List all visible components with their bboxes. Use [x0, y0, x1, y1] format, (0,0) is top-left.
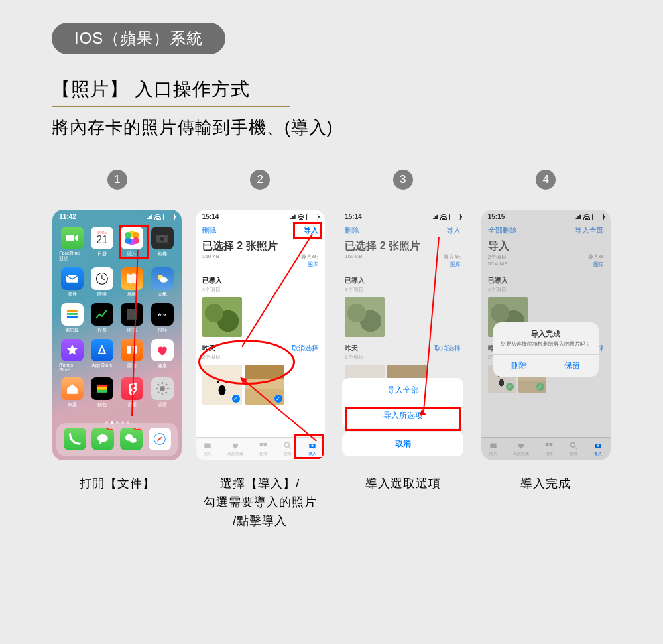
size-label: 160 KB [202, 253, 219, 268]
messages-icon[interactable]: 12 [91, 428, 114, 450]
appstore-icon[interactable] [91, 339, 113, 361]
status-bar: 15:14 [196, 210, 325, 222]
status-time: 15:14 [202, 213, 219, 220]
app-label: 相機 [158, 251, 167, 257]
maps-icon[interactable] [121, 267, 143, 290]
step-4: 4 15:15 全部刪除 导入全部 导入 2个项目 55.4 MB 导入至 [481, 170, 612, 531]
arrowhead-icon [419, 408, 426, 415]
step-caption: 選擇【導入】/ 勾選需要導入的照片 /點擊導入 [204, 475, 317, 531]
title-underline [52, 106, 290, 107]
step-1: 1 11:42 FaceTime 通話 星期三21日曆 照片 相機 郵件 [52, 170, 183, 531]
app-label: 健康 [158, 363, 167, 369]
import-all-option[interactable]: 导入全部 [342, 378, 463, 403]
app-label: 設置 [158, 401, 167, 408]
import-to-label: 导入至: [301, 253, 318, 261]
app-label: 備忘錄 [65, 327, 79, 334]
wifi-icon [154, 214, 161, 220]
app-label: 郵件 [68, 291, 77, 298]
home-app-icon[interactable] [61, 377, 84, 400]
phone-home-screen: 11:42 FaceTime 通話 星期三21日曆 照片 相機 郵件 時鐘 地圖 [52, 210, 182, 460]
svg-point-2 [160, 236, 165, 241]
app-label: 視頻 [158, 327, 167, 334]
step-caption: 導入完成 [520, 475, 571, 493]
books-alt-icon[interactable] [121, 303, 143, 326]
phone-import-selection: 15:14 刪除 导入 已选择 2 张照片 160 KB 导入至: 图库 [196, 210, 325, 460]
tab-albums[interactable]: 相簿 [259, 441, 268, 457]
alert-delete-button[interactable]: 刪除 [493, 355, 546, 377]
wechat-badge: 222 [133, 428, 143, 430]
svg-point-7 [160, 277, 168, 283]
clock-icon[interactable] [91, 267, 113, 290]
highlight-import-button [293, 222, 322, 239]
tv-icon[interactable]: àtv [151, 303, 174, 326]
step-3: 3 15:14 刪除 导入 已选择 2 张照片 160 KB 导入至: [337, 170, 469, 531]
svg-rect-23 [264, 443, 267, 446]
step-number: 2 [250, 170, 270, 190]
svg-rect-22 [260, 443, 263, 446]
app-label: 圖書 [127, 363, 137, 369]
cancel-option[interactable]: 取消 [342, 432, 463, 456]
svg-rect-12 [97, 385, 107, 387]
delete-button[interactable]: 刪除 [202, 225, 217, 235]
app-label: 股票 [97, 327, 107, 334]
tab-for-you[interactable]: 為您推薦 [227, 441, 243, 457]
mail-icon[interactable] [61, 267, 84, 290]
section-title: 已導入 [202, 277, 222, 284]
svg-rect-8 [67, 310, 78, 312]
check-icon: ✓ [274, 395, 282, 403]
step-caption: 導入選取選項 [365, 475, 441, 493]
step-number: 1 [107, 170, 127, 190]
facetime-icon[interactable] [61, 227, 84, 249]
weather-icon[interactable] [151, 267, 174, 290]
status-icons [145, 214, 175, 220]
highlight-import-tab [294, 434, 324, 459]
svg-point-16 [97, 434, 108, 442]
section-sub: 1个项目 [202, 287, 221, 292]
svg-rect-21 [205, 444, 211, 448]
phone-import-sheet: 15:14 刪除 导入 已选择 2 张照片 160 KB 导入至: 图库 [338, 210, 467, 460]
highlight-import-selected [345, 407, 461, 431]
section-subtitle: 將內存卡的照片傳輸到手機、(導入) [52, 116, 611, 139]
settings-icon[interactable] [151, 377, 174, 400]
health-icon[interactable] [151, 339, 174, 361]
home-grid: FaceTime 通話 星期三21日曆 照片 相機 郵件 時鐘 地圖 天氣 備忘… [52, 222, 182, 413]
books-icon[interactable] [121, 339, 143, 361]
app-label: 天氣 [158, 291, 167, 298]
import-to-value[interactable]: 图库 [308, 261, 318, 268]
step-number: 3 [393, 170, 413, 190]
stocks-icon[interactable] [91, 303, 113, 326]
step-number: 4 [536, 170, 556, 190]
wechat-icon[interactable]: 222 [120, 428, 143, 450]
reminders-icon[interactable] [61, 303, 84, 326]
svg-point-18 [130, 438, 137, 443]
app-label: 家庭 [68, 401, 77, 408]
tab-search[interactable]: 搜尋 [283, 441, 292, 457]
signal-icon [145, 214, 152, 219]
tab-photos[interactable]: 照片 [203, 441, 212, 457]
camera-icon[interactable] [151, 227, 174, 249]
calendar-icon[interactable]: 星期三21 [91, 227, 113, 249]
import-subrow: 160 KB 导入至: 图库 [196, 253, 325, 272]
app-label: 時鐘 [97, 291, 107, 298]
alert-keep-button[interactable]: 保留 [546, 355, 599, 377]
svg-rect-13 [97, 387, 107, 390]
safari-icon[interactable] [149, 428, 171, 450]
svg-rect-3 [66, 275, 78, 283]
svg-point-24 [285, 442, 290, 447]
app-label: 錢包 [97, 401, 107, 408]
steps-row: 1 11:42 FaceTime 通話 星期三21日曆 照片 相機 郵件 [52, 170, 611, 531]
highlight-photos-app [119, 225, 149, 259]
photo-thumb[interactable] [202, 297, 242, 337]
app-label: 日曆 [97, 251, 107, 257]
status-time: 11:42 [59, 213, 76, 220]
alert-message: 您要从连接的相机删除导入的照片吗？ [493, 340, 599, 354]
app-label: FaceTime 通話 [59, 251, 85, 262]
svg-rect-9 [67, 313, 78, 315]
itunes-icon[interactable] [61, 339, 84, 361]
phone-app-icon[interactable] [64, 428, 86, 450]
deselect-link[interactable]: 取消选择 [292, 344, 318, 361]
phone-import-complete: 15:15 全部刪除 导入全部 导入 2个项目 55.4 MB 导入至 图库 [481, 210, 611, 460]
status-bar: 11:42 [52, 210, 182, 222]
svg-point-15 [160, 386, 165, 391]
wallet-icon[interactable] [91, 377, 113, 400]
